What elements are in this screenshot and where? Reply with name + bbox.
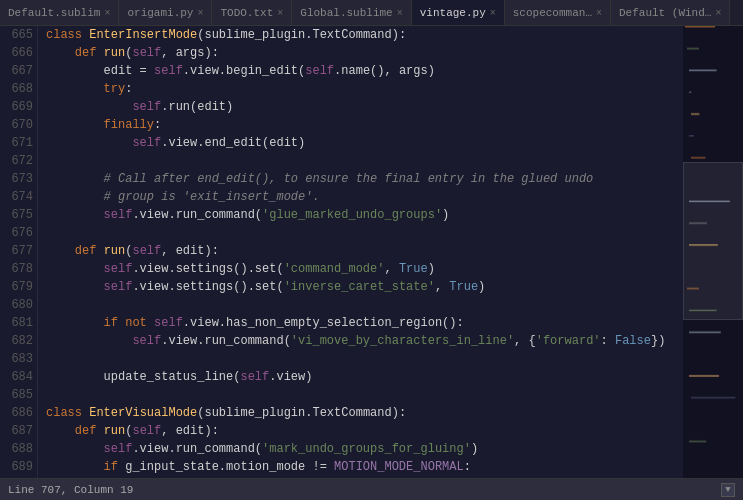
code-line-668[interactable]: try: [46, 80, 683, 98]
line-num-680: 680 [4, 296, 33, 314]
line-num-671: 671 [4, 134, 33, 152]
tab-origami[interactable]: origami.py× [119, 0, 212, 26]
code-line-670[interactable]: finally: [46, 116, 683, 134]
line-num-687: 687 [4, 422, 33, 440]
line-numbers: 6656666676686696706716726736746756766776… [0, 26, 38, 478]
tab-vintage-close[interactable]: × [490, 8, 496, 19]
code-line-680[interactable] [46, 296, 683, 314]
tab-origami-close[interactable]: × [197, 8, 203, 19]
line-num-672: 672 [4, 152, 33, 170]
tab-global-label: Global.sublime [300, 7, 392, 19]
tab-default-sublime-close[interactable]: × [104, 8, 110, 19]
line-num-679: 679 [4, 278, 33, 296]
tab-todo-label: TODO.txt [220, 7, 273, 19]
line-num-667: 667 [4, 62, 33, 80]
tab-default-wind-close[interactable]: × [715, 8, 721, 19]
line-num-689: 689 [4, 458, 33, 476]
code-line-674[interactable]: # group is 'exit_insert_mode'. [46, 188, 683, 206]
tab-vintage-label: vintage.py [420, 7, 486, 19]
line-num-666: 666 [4, 44, 33, 62]
status-bar: Line 707, Column 19 ▼ [0, 478, 743, 500]
code-line-683[interactable] [46, 350, 683, 368]
code-line-679[interactable]: self.view.settings().set('inverse_caret_… [46, 278, 683, 296]
code-line-677[interactable]: def run(self, edit): [46, 242, 683, 260]
line-num-676: 676 [4, 224, 33, 242]
code-line-665[interactable]: class EnterInsertMode(sublime_plugin.Tex… [46, 26, 683, 44]
cursor-position: Line 707, Column 19 [8, 484, 133, 496]
line-num-684: 684 [4, 368, 33, 386]
code-line-685[interactable] [46, 386, 683, 404]
code-line-687[interactable]: def run(self, edit): [46, 422, 683, 440]
scroll-down-button[interactable]: ▼ [721, 483, 735, 497]
line-num-688: 688 [4, 440, 33, 458]
tab-scope-label: scopecomman… [513, 7, 592, 19]
line-num-669: 669 [4, 98, 33, 116]
tab-scope-close[interactable]: × [596, 8, 602, 19]
tab-default-wind[interactable]: Default (Wind…× [611, 0, 730, 26]
tab-todo[interactable]: TODO.txt× [212, 0, 292, 26]
line-num-682: 682 [4, 332, 33, 350]
editor-area: 6656666676686696706716726736746756766776… [0, 26, 683, 478]
code-line-688[interactable]: self.view.run_command('mark_undo_groups_… [46, 440, 683, 458]
line-num-681: 681 [4, 314, 33, 332]
line-num-670: 670 [4, 116, 33, 134]
line-num-668: 668 [4, 80, 33, 98]
code-line-681[interactable]: if not self.view.has_non_empty_selection… [46, 314, 683, 332]
status-right: ▼ [721, 483, 735, 497]
line-num-665: 665 [4, 26, 33, 44]
code-line-669[interactable]: self.run(edit) [46, 98, 683, 116]
line-num-685: 685 [4, 386, 33, 404]
code-line-675[interactable]: self.view.run_command('glue_marked_undo_… [46, 206, 683, 224]
tab-bar: Default.sublim×origami.py×TODO.txt×Globa… [0, 0, 743, 26]
code-line-676[interactable] [46, 224, 683, 242]
code-line-686[interactable]: class EnterVisualMode(sublime_plugin.Tex… [46, 404, 683, 422]
line-num-675: 675 [4, 206, 33, 224]
minimap[interactable] [683, 26, 743, 478]
code-line-673[interactable]: # Call after end_edit(), to ensure the f… [46, 170, 683, 188]
code-line-672[interactable] [46, 152, 683, 170]
tab-global[interactable]: Global.sublime× [292, 0, 411, 26]
minimap-viewport [683, 162, 743, 320]
code-line-666[interactable]: def run(self, args): [46, 44, 683, 62]
code-line-682[interactable]: self.view.run_command('vi_move_by_charac… [46, 332, 683, 350]
line-num-678: 678 [4, 260, 33, 278]
code-content[interactable]: class EnterInsertMode(sublime_plugin.Tex… [38, 26, 683, 478]
code-line-689[interactable]: if g_input_state.motion_mode != MOTION_M… [46, 458, 683, 476]
tab-origami-label: origami.py [127, 7, 193, 19]
tab-vintage[interactable]: vintage.py× [412, 0, 505, 26]
line-num-674: 674 [4, 188, 33, 206]
code-line-684[interactable]: update_status_line(self.view) [46, 368, 683, 386]
line-num-677: 677 [4, 242, 33, 260]
tab-scope[interactable]: scopecomman…× [505, 0, 611, 26]
tab-global-close[interactable]: × [397, 8, 403, 19]
tab-default-sublime-label: Default.sublim [8, 7, 100, 19]
tab-todo-close[interactable]: × [277, 8, 283, 19]
code-line-667[interactable]: edit = self.view.begin_edit(self.name(),… [46, 62, 683, 80]
tab-default-sublime[interactable]: Default.sublim× [0, 0, 119, 26]
code-line-671[interactable]: self.view.end_edit(edit) [46, 134, 683, 152]
line-num-686: 686 [4, 404, 33, 422]
line-num-673: 673 [4, 170, 33, 188]
line-num-683: 683 [4, 350, 33, 368]
main-area: 6656666676686696706716726736746756766776… [0, 26, 743, 478]
code-line-678[interactable]: self.view.settings().set('command_mode',… [46, 260, 683, 278]
tab-default-wind-label: Default (Wind… [619, 7, 711, 19]
